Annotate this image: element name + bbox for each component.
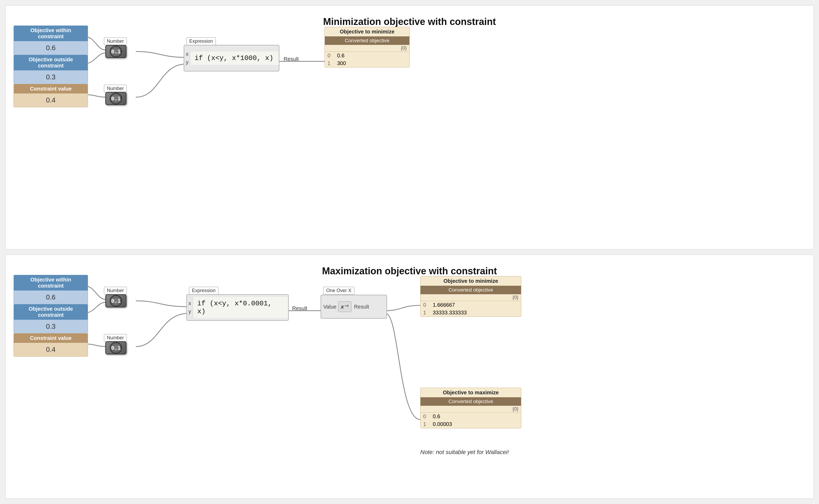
result-table-3: Objective to maximize Converted objectiv… xyxy=(420,388,521,428)
onex-node: Value x⁻¹ Result xyxy=(321,295,387,319)
node-constraint-1: Constraint value 0.4 xyxy=(14,84,88,107)
result-table-3-title: Objective to maximize xyxy=(421,388,521,397)
node-constraint-1-value: 0.4 xyxy=(14,93,88,107)
expr1-body: x y if (x<y, x*1000, x) xyxy=(184,45,279,71)
onex-result-text: Result xyxy=(354,304,369,310)
result-table-3-header: Converted objective xyxy=(421,397,521,406)
result-table-2: Objective to minimize Converted objectiv… xyxy=(420,276,521,317)
note-text: Note: not suitable yet for Wallacei! xyxy=(420,449,509,456)
result-table-3-row0: 0 0.6 xyxy=(421,413,521,420)
result-table-1-title: Objective to minimize xyxy=(325,27,409,36)
expr2-body: x y if (x<y, x*0.0001, x) xyxy=(187,295,288,320)
expr2-result-label: Result xyxy=(290,305,309,311)
node-obj-outside-1: Objective outside constraint 0.3 xyxy=(14,55,88,84)
node-obj-within-1: Objective within constraint 0.6 xyxy=(14,25,88,55)
result-table-1-row0: 0 0.6 xyxy=(325,52,409,59)
panel2-title: Maximization objective with constraint xyxy=(322,266,497,277)
result-table-3-sub: {0} xyxy=(421,406,521,413)
number1-badge: 0.1 xyxy=(110,46,122,57)
expr2-node: x y if (x<y, x*0.0001, x) xyxy=(186,294,289,321)
onex-body: Value x⁻¹ Result xyxy=(321,295,387,318)
number1-node: 0.1 xyxy=(105,45,126,58)
node-obj-within-1-header: Objective within constraint xyxy=(14,26,88,41)
result-table-1: Objective to minimize Converted objectiv… xyxy=(325,27,410,67)
number4-node: 0.1 xyxy=(105,341,126,354)
port-x2-label: x xyxy=(188,300,191,306)
number3-label: Number xyxy=(104,287,127,294)
expr1-formula: if (x<y, x*1000, x) xyxy=(190,52,279,65)
number2-node: 0.1 xyxy=(105,92,126,105)
node-obj-outside-2-header: Objective outside constraint xyxy=(14,304,88,320)
node-obj-within-2-value: 0.6 xyxy=(14,291,88,304)
node-constraint-2-header: Constraint value xyxy=(14,334,88,343)
panel1-title: Minimization objective with constraint xyxy=(323,16,496,27)
number2-label: Number xyxy=(104,85,127,92)
expr1-ports: x y xyxy=(184,49,190,67)
result-table-2-sub: {0} xyxy=(421,294,521,301)
port-y2-label: y xyxy=(188,309,191,315)
node-obj-outside-2-value: 0.3 xyxy=(14,320,88,333)
expr2-label: Expression xyxy=(189,287,219,294)
expr2-formula: if (x<y, x*0.0001, x) xyxy=(193,297,288,318)
panel-minimization: Minimization objective with constraint O… xyxy=(5,5,814,249)
node-obj-outside-1-value: 0.3 xyxy=(14,70,88,84)
node-constraint-1-header: Constraint value xyxy=(14,84,88,93)
result-table-2-row0: 0 1.666667 xyxy=(421,301,521,309)
expr2-ports: x y xyxy=(187,298,193,317)
onex-value-text: Value xyxy=(323,304,337,310)
expr1-label: Expression xyxy=(186,37,216,45)
result-table-2-header: Converted objective xyxy=(421,286,521,294)
result-table-1-row1: 1 300 xyxy=(325,59,409,67)
expr1-result-label: Result xyxy=(282,56,301,62)
panel-maximization: Maximization objective with constraint O… xyxy=(5,255,814,499)
result-table-1-sub: {0} xyxy=(325,45,409,52)
result-table-2-row1: 1 33333.333333 xyxy=(421,309,521,317)
node-obj-outside-2: Objective outside constraint 0.3 xyxy=(14,304,88,334)
number2-badge: 0.1 xyxy=(110,93,122,104)
number4-badge: 0.1 xyxy=(110,342,122,354)
number3-badge: 0.1 xyxy=(110,295,122,307)
port-y-label: y xyxy=(186,59,188,65)
result-table-2-title: Objective to minimize xyxy=(421,276,521,286)
node-obj-within-1-value: 0.6 xyxy=(14,41,88,55)
node-obj-within-2-header: Objective within constraint xyxy=(14,275,88,291)
port-x-label: x xyxy=(186,51,188,57)
expr1-node: x y if (x<y, x*1000, x) xyxy=(184,45,279,71)
result-table-3-row1: 1 0.00003 xyxy=(421,420,521,428)
node-obj-within-2: Objective within constraint 0.6 xyxy=(14,275,88,304)
number4-label: Number xyxy=(104,334,127,342)
onex-label: One Over X xyxy=(323,287,354,294)
result-table-1-header: Converted objective xyxy=(325,36,409,45)
node-constraint-2: Constraint value 0.4 xyxy=(14,333,88,357)
onex-icon: x⁻¹ xyxy=(338,301,351,312)
node-constraint-2-value: 0.4 xyxy=(14,343,88,356)
number1-label: Number xyxy=(104,37,127,45)
number3-node: 0.1 xyxy=(105,294,126,307)
node-obj-outside-1-header: Objective outside constraint xyxy=(14,55,88,70)
